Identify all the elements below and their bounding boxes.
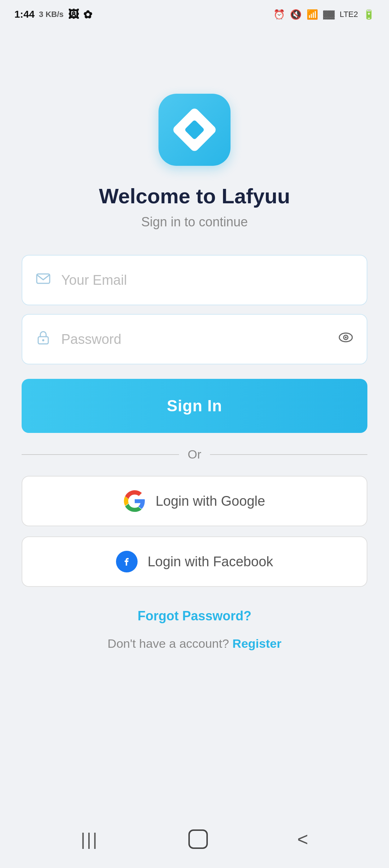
email-field[interactable] — [61, 273, 354, 288]
network-speed: 3 KB/s — [39, 10, 63, 19]
password-visibility-toggle[interactable] — [338, 329, 354, 349]
logo-diamond-shape — [171, 107, 217, 152]
pinwheel-icon: ✿ — [83, 8, 92, 21]
divider-text: Or — [188, 447, 201, 461]
svg-rect-0 — [37, 274, 50, 283]
lock-icon — [35, 329, 51, 349]
email-icon — [35, 270, 51, 290]
welcome-subtitle: Sign in to continue — [141, 214, 248, 230]
bottom-nav: ||| < — [0, 810, 389, 868]
gallery-icon: 🖼 — [68, 8, 79, 21]
spacer — [0, 651, 389, 810]
facebook-login-button[interactable]: Login with Facebook — [22, 536, 367, 587]
login-form — [22, 255, 367, 364]
password-input-wrapper — [22, 314, 367, 364]
divider-line-right — [210, 454, 367, 455]
signin-button[interactable]: Sign In — [22, 379, 367, 433]
social-buttons-container: Login with Google Login with Facebook — [22, 476, 367, 587]
home-button[interactable] — [188, 829, 208, 849]
time-display: 1:44 — [14, 9, 35, 20]
register-link[interactable]: Register — [232, 637, 281, 650]
no-account-label: Don't have a account? — [108, 637, 229, 650]
main-content: Welcome to Lafyuu Sign in to continue — [0, 29, 389, 651]
wifi-icon: 📶 — [307, 9, 318, 20]
forgot-password-link[interactable]: Forgot Password? — [138, 608, 251, 624]
divider-line-left — [22, 454, 179, 455]
lte-icon: LTE2 — [340, 10, 358, 19]
facebook-login-label: Login with Facebook — [148, 554, 273, 570]
svg-point-5 — [345, 337, 347, 338]
register-text: Don't have a account? Register — [108, 637, 282, 651]
alarm-icon: ⏰ — [273, 9, 285, 20]
app-logo — [158, 94, 231, 166]
signal-icon: ▓▓ — [323, 10, 335, 19]
password-field[interactable] — [61, 332, 338, 347]
mute-icon: 🔇 — [290, 9, 301, 20]
back-button[interactable]: < — [297, 828, 308, 850]
email-input-wrapper — [22, 255, 367, 305]
recent-apps-button[interactable]: ||| — [81, 829, 98, 849]
status-bar: 1:44 3 KB/s 🖼 ✿ ⏰ 🔇 📶 ▓▓ LTE2 🔋 — [0, 0, 389, 29]
status-right: ⏰ 🔇 📶 ▓▓ LTE2 🔋 — [273, 9, 375, 20]
welcome-title: Welcome to Lafyuu — [99, 184, 290, 208]
google-login-button[interactable]: Login with Google — [22, 476, 367, 526]
or-divider: Or — [22, 447, 367, 461]
svg-point-2 — [42, 339, 44, 341]
battery-icon: 🔋 — [363, 9, 375, 20]
google-icon — [124, 490, 146, 512]
google-login-label: Login with Google — [156, 493, 265, 509]
facebook-icon — [116, 551, 138, 572]
status-left: 1:44 3 KB/s 🖼 ✿ — [14, 8, 92, 21]
